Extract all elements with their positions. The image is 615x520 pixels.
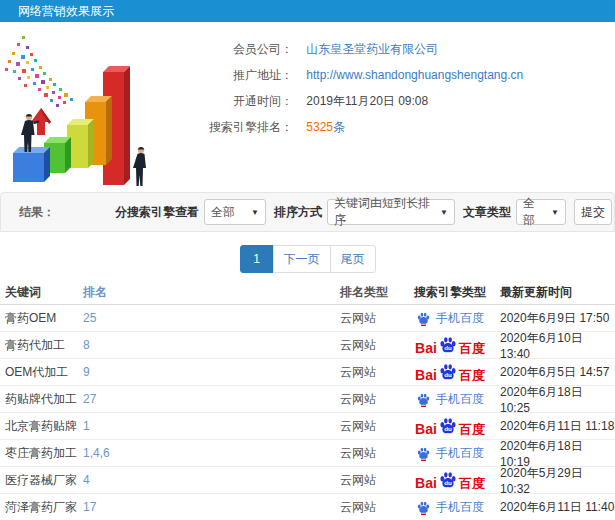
chevron-down-icon: ▼ — [440, 208, 448, 217]
keyword-cell: OEM代加工 — [0, 364, 83, 381]
rank-type-cell: 云网站 — [340, 364, 400, 381]
page-1-button[interactable]: 1 — [240, 245, 274, 273]
rank-link[interactable]: 27 — [83, 392, 340, 406]
baidu-logo: Bai du 百度 — [415, 335, 485, 355]
rank-link[interactable]: 1,4,6 — [83, 446, 340, 460]
table-header-row: 关键词 排名 排名类型 搜索引擎类型 最新更新时间 — [0, 281, 615, 305]
rank-type-cell: 云网站 — [340, 310, 400, 327]
keyword-cell: 北京膏药贴牌 — [0, 418, 83, 435]
svg-text:du: du — [444, 425, 452, 432]
result-label: 结果： — [19, 204, 55, 221]
title-bar: 网络营销效果展示 — [0, 0, 615, 22]
rank-link[interactable]: 25 — [83, 311, 340, 325]
baidu-paw-icon: du — [438, 362, 458, 382]
engine-view-label: 分搜索引擎查看 — [115, 204, 199, 221]
search-engine-cell: 手机百度 — [400, 310, 500, 327]
next-page-button[interactable]: 下一页 — [273, 245, 331, 273]
engine-rank-count: 5325 — [306, 120, 333, 134]
bar-yellow — [67, 119, 94, 168]
rank-type-cell: 云网站 — [340, 472, 400, 489]
svg-text:du: du — [444, 371, 452, 378]
engine-rank-row: 搜索引擎排名： 5325条 — [185, 114, 615, 140]
pagination: 1 下一页 尾页 — [0, 245, 615, 273]
svg-text:du: du — [444, 479, 452, 486]
search-engine-cell: Bai du 百度 — [400, 416, 500, 436]
search-engine-cell: 手机百度 — [400, 391, 500, 408]
rank-link[interactable]: 8 — [83, 338, 340, 352]
table-row: 枣庄膏药加工 1,4,6 云网站 手机百度 2020年6月18日 10:19 — [0, 440, 615, 467]
baidu-paw-icon — [416, 392, 431, 407]
mobile-baidu-logo: 手机百度 — [416, 445, 484, 462]
engine-rank-unit: 条 — [333, 120, 345, 134]
table-row: 膏药代加工 8 云网站 Bai du 百度 2020年6月10日 13:40 — [0, 332, 615, 359]
search-engine-cell: 手机百度 — [400, 499, 500, 516]
update-time-cell: 2020年6月18日 10:25 — [500, 384, 615, 415]
engine-view-select[interactable]: 全部 ▼ — [204, 199, 266, 225]
baidu-paw-icon: du — [438, 416, 458, 436]
rank-type-cell: 云网站 — [340, 445, 400, 462]
promo-url-label: 推广地址： — [185, 62, 293, 88]
article-type-value: 全部 — [523, 195, 546, 229]
engine-view-value: 全部 — [211, 204, 235, 221]
baidu-logo: Bai du 百度 — [415, 416, 485, 436]
filter-controls: 分搜索引擎查看 全部 ▼ 排序方式 关键词由短到长排序 ▼ 文章类型 全部 ▼ … — [107, 199, 612, 225]
header-update-time: 最新更新时间 — [500, 284, 615, 301]
header-rank-type: 排名类型 — [340, 284, 400, 301]
chevron-down-icon: ▼ — [551, 208, 559, 217]
sort-select[interactable]: 关键词由短到长排序 ▼ — [327, 199, 455, 225]
promo-url-link[interactable]: http://www.shandonghuangshengtang.cn — [306, 68, 523, 82]
baidu-paw-icon — [416, 311, 431, 326]
keyword-cell: 枣庄膏药加工 — [0, 445, 83, 462]
article-type-label: 文章类型 — [463, 204, 511, 221]
rank-type-cell: 云网站 — [340, 499, 400, 516]
baidu-paw-icon: du — [438, 470, 458, 490]
update-time-cell: 2020年6月11日 11:18 — [500, 418, 615, 435]
update-time-cell: 2020年6月10日 13:40 — [500, 330, 615, 361]
member-company-row: 会员公司： 山东皇圣堂药业有限公司 — [185, 36, 615, 62]
baidu-paw-icon: du — [438, 335, 458, 355]
engine-rank-label: 搜索引擎排名： — [185, 114, 293, 140]
header-rank: 排名 — [83, 284, 340, 301]
sort-value: 关键词由短到长排序 — [334, 195, 435, 229]
keyword-cell: 膏药OEM — [0, 310, 83, 327]
chevron-down-icon: ▼ — [251, 208, 259, 217]
mobile-baidu-logo: 手机百度 — [416, 391, 484, 408]
mobile-baidu-logo: 手机百度 — [416, 310, 484, 327]
rank-type-cell: 云网站 — [340, 418, 400, 435]
last-page-button[interactable]: 尾页 — [330, 245, 376, 273]
businessman-right — [133, 147, 146, 186]
update-time-cell: 2020年6月11日 11:40 — [500, 499, 615, 516]
company-info-fields: 会员公司： 山东皇圣堂药业有限公司 推广地址： http://www.shand… — [185, 30, 615, 190]
rank-link[interactable]: 4 — [83, 473, 340, 487]
keyword-cell: 菏泽膏药厂家 — [0, 499, 83, 516]
table-row: 菏泽膏药厂家 17 云网站 手机百度 2020年6月11日 11:40 — [0, 494, 615, 520]
page-title: 网络营销效果展示 — [18, 4, 114, 18]
member-company-link[interactable]: 山东皇圣堂药业有限公司 — [306, 42, 438, 56]
update-time-cell: 2020年5月29日 10:32 — [500, 465, 615, 496]
table-body: 膏药OEM 25 云网站 手机百度 2020年6月9日 17:50 膏药代加工 … — [0, 305, 615, 520]
submit-button[interactable]: 提交 — [574, 199, 612, 225]
keyword-cell: 药贴牌代加工 — [0, 391, 83, 408]
update-time-cell: 2020年6月9日 17:50 — [500, 310, 615, 327]
search-engine-cell: 手机百度 — [400, 445, 500, 462]
baidu-logo: Bai du 百度 — [415, 362, 485, 382]
member-company-label: 会员公司： — [185, 36, 293, 62]
rank-link[interactable]: 1 — [83, 419, 340, 433]
search-engine-cell: Bai du 百度 — [400, 362, 500, 382]
rank-link[interactable]: 9 — [83, 365, 340, 379]
confetti-dots — [5, 36, 73, 107]
promo-url-row: 推广地址： http://www.shandonghuangshengtang.… — [185, 62, 615, 88]
header-keyword: 关键词 — [0, 284, 83, 301]
mobile-baidu-logo: 手机百度 — [416, 499, 484, 516]
search-engine-cell: Bai du 百度 — [400, 470, 500, 490]
rank-type-cell: 云网站 — [340, 337, 400, 354]
baidu-logo: Bai du 百度 — [415, 470, 485, 490]
article-type-select[interactable]: 全部 ▼ — [516, 199, 566, 225]
update-time-cell: 2020年6月5日 14:57 — [500, 364, 615, 381]
results-table: 关键词 排名 排名类型 搜索引擎类型 最新更新时间 膏药OEM 25 云网站 手… — [0, 281, 615, 520]
filter-bar: 结果： 分搜索引擎查看 全部 ▼ 排序方式 关键词由短到长排序 ▼ 文章类型 全… — [0, 192, 615, 232]
rank-link[interactable]: 17 — [83, 500, 340, 514]
baidu-paw-icon — [416, 446, 431, 461]
table-row: 医疗器械厂家 4 云网站 Bai du 百度 2020年5月29日 10:32 — [0, 467, 615, 494]
open-time-row: 开通时间： 2019年11月20日 09:08 — [185, 88, 615, 114]
